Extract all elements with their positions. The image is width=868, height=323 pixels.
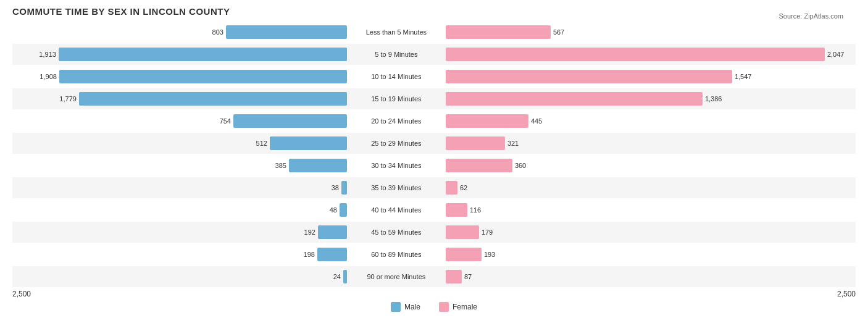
female-section: 116 bbox=[446, 199, 856, 220]
male-bar bbox=[289, 159, 347, 172]
axis-labels: 2,500 2,500 bbox=[12, 290, 856, 298]
male-value: 24 bbox=[333, 273, 341, 280]
row-label: 90 or more Minutes bbox=[347, 273, 446, 280]
female-bar bbox=[446, 92, 703, 106]
female-value: 1,386 bbox=[705, 95, 722, 103]
female-bar bbox=[446, 70, 732, 83]
axis-right: 2,500 bbox=[440, 290, 856, 298]
male-bar bbox=[318, 225, 347, 239]
legend-male: Male bbox=[391, 302, 420, 312]
table-row: 75420 to 24 Minutes445 bbox=[12, 111, 856, 132]
legend-female-box bbox=[439, 302, 449, 312]
male-section: 198 bbox=[12, 244, 347, 265]
male-bar bbox=[340, 203, 347, 217]
female-bar bbox=[446, 181, 457, 195]
chart-legend: Male Female bbox=[12, 302, 856, 312]
male-section: 512 bbox=[12, 133, 347, 154]
row-label: 5 to 9 Minutes bbox=[347, 51, 446, 58]
male-section: 754 bbox=[12, 111, 347, 132]
male-section: 1,779 bbox=[12, 88, 347, 109]
axis-center-spacer bbox=[352, 290, 440, 298]
female-section: 193 bbox=[446, 244, 856, 265]
male-section: 385 bbox=[12, 155, 347, 176]
male-value: 1,913 bbox=[39, 51, 56, 58]
male-bar bbox=[233, 114, 347, 128]
female-section: 445 bbox=[446, 111, 856, 132]
female-bar bbox=[446, 248, 482, 261]
table-row: 38530 to 34 Minutes360 bbox=[12, 155, 856, 176]
female-section: 321 bbox=[446, 133, 856, 154]
male-value: 48 bbox=[330, 206, 337, 214]
female-value: 1,547 bbox=[735, 73, 752, 80]
table-row: 4840 to 44 Minutes116 bbox=[12, 199, 856, 220]
male-bar bbox=[59, 48, 347, 61]
row-label: 10 to 14 Minutes bbox=[347, 73, 446, 80]
male-value: 38 bbox=[332, 184, 339, 191]
table-row: 19245 to 59 Minutes179 bbox=[12, 222, 856, 243]
row-label: 25 to 29 Minutes bbox=[347, 140, 446, 147]
row-label: 45 to 59 Minutes bbox=[347, 229, 446, 236]
female-value: 62 bbox=[460, 184, 467, 191]
male-bar bbox=[59, 70, 347, 83]
male-section: 24 bbox=[12, 266, 347, 287]
table-row: 1,9135 to 9 Minutes2,047 bbox=[12, 44, 856, 65]
chart-wrapper: COMMUTE TIME BY SEX IN LINCOLN COUNTY So… bbox=[12, 6, 856, 312]
male-section: 1,908 bbox=[12, 66, 347, 87]
male-value: 754 bbox=[220, 117, 231, 125]
female-section: 62 bbox=[446, 177, 856, 198]
male-section: 48 bbox=[12, 199, 347, 220]
female-bar bbox=[446, 114, 528, 128]
female-section: 179 bbox=[446, 222, 856, 243]
table-row: 2490 or more Minutes87 bbox=[12, 266, 856, 287]
female-value: 321 bbox=[507, 140, 519, 147]
male-value: 198 bbox=[304, 251, 315, 258]
legend-female-label: Female bbox=[453, 303, 477, 311]
male-bar bbox=[341, 181, 347, 195]
female-section: 567 bbox=[446, 22, 856, 43]
female-value: 2,047 bbox=[827, 51, 845, 58]
female-bar bbox=[446, 48, 825, 61]
row-label: 60 to 89 Minutes bbox=[347, 251, 446, 258]
male-section: 192 bbox=[12, 222, 347, 243]
male-section: 38 bbox=[12, 177, 347, 198]
male-value: 192 bbox=[304, 229, 315, 236]
female-value: 87 bbox=[464, 273, 472, 280]
male-section: 803 bbox=[12, 22, 347, 43]
female-section: 2,047 bbox=[446, 44, 856, 65]
male-value: 1,779 bbox=[59, 95, 77, 103]
female-section: 360 bbox=[446, 155, 856, 176]
male-value: 512 bbox=[256, 140, 267, 147]
table-row: 803Less than 5 Minutes567 bbox=[12, 22, 856, 43]
female-value: 360 bbox=[515, 162, 526, 169]
male-value: 803 bbox=[212, 28, 223, 36]
female-value: 193 bbox=[484, 251, 495, 258]
male-bar bbox=[226, 25, 347, 39]
female-section: 1,547 bbox=[446, 66, 856, 87]
male-bar bbox=[317, 248, 347, 261]
female-bar bbox=[446, 203, 467, 217]
source-label: Source: ZipAtlas.com bbox=[778, 12, 843, 20]
female-value: 445 bbox=[531, 117, 542, 125]
table-row: 51225 to 29 Minutes321 bbox=[12, 133, 856, 154]
male-section: 1,913 bbox=[12, 44, 347, 65]
male-bar bbox=[79, 92, 347, 106]
chart-title: COMMUTE TIME BY SEX IN LINCOLN COUNTY bbox=[12, 6, 856, 17]
female-bar bbox=[446, 25, 551, 39]
row-label: 40 to 44 Minutes bbox=[347, 206, 446, 214]
row-label: 35 to 39 Minutes bbox=[347, 184, 446, 191]
table-row: 19860 to 89 Minutes193 bbox=[12, 244, 856, 265]
chart-area: 803Less than 5 Minutes5671,9135 to 9 Min… bbox=[12, 22, 856, 287]
table-row: 1,90810 to 14 Minutes1,547 bbox=[12, 66, 856, 87]
row-label: 15 to 19 Minutes bbox=[347, 95, 446, 103]
female-section: 1,386 bbox=[446, 88, 856, 109]
legend-male-label: Male bbox=[404, 303, 420, 311]
row-label: 30 to 34 Minutes bbox=[347, 162, 446, 169]
table-row: 1,77915 to 19 Minutes1,386 bbox=[12, 88, 856, 109]
female-value: 179 bbox=[482, 229, 493, 236]
female-bar bbox=[446, 159, 512, 172]
male-value: 1,908 bbox=[40, 73, 57, 80]
female-section: 87 bbox=[446, 266, 856, 287]
male-bar bbox=[270, 136, 347, 150]
female-bar bbox=[446, 225, 479, 239]
female-bar bbox=[446, 136, 505, 150]
